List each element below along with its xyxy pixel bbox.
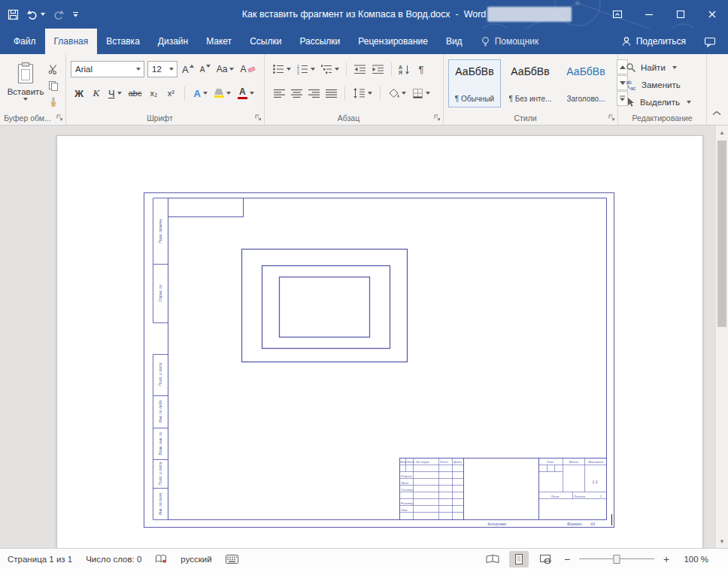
line-spacing-button[interactable]	[351, 85, 374, 101]
styles-dialog-launcher[interactable]	[607, 113, 615, 121]
style-normal[interactable]: АаБбВв ¶ Обычный	[448, 59, 501, 107]
collapse-ribbon-button[interactable]	[712, 105, 721, 119]
scrollbar-up-arrow[interactable]: ▲	[716, 126, 728, 138]
zoom-out-button[interactable]: −	[562, 553, 572, 565]
cut-button[interactable]	[45, 62, 62, 77]
minimize-button[interactable]	[633, 0, 665, 29]
superscript-button[interactable]: x²	[164, 85, 177, 101]
multilevel-list-button[interactable]	[319, 61, 341, 77]
maximize-button[interactable]	[665, 0, 696, 29]
bullets-button[interactable]	[271, 61, 293, 77]
decrease-indent-button[interactable]	[352, 61, 368, 77]
align-center-button[interactable]	[290, 85, 304, 101]
tab-references[interactable]: Ссылки	[241, 29, 290, 54]
word-count[interactable]: Число слов: 0	[86, 555, 141, 564]
scrollbar-thumb[interactable]	[717, 141, 726, 327]
grow-font-label: А	[182, 64, 189, 75]
tab-design[interactable]: Дизайн	[149, 29, 197, 54]
tab-file[interactable]: Файл	[5, 29, 45, 54]
grow-font-button[interactable]: А	[180, 61, 196, 77]
tab-layout[interactable]: Макет	[197, 29, 241, 54]
zoom-in-button[interactable]: +	[661, 553, 672, 565]
numbering-caret	[311, 68, 315, 71]
underline-button[interactable]: Ч	[107, 85, 123, 101]
align-right-button[interactable]	[307, 85, 321, 101]
format-painter-button[interactable]	[45, 95, 62, 110]
numbering-button[interactable]: 123	[295, 61, 317, 77]
align-left-button[interactable]	[272, 85, 287, 101]
clear-formatting-button[interactable]: А	[238, 61, 256, 77]
zoom-slider[interactable]	[579, 554, 654, 564]
sort-icon: АЯ	[399, 64, 411, 75]
tab-home[interactable]: Главная	[45, 29, 98, 54]
read-mode-button[interactable]	[483, 551, 502, 567]
svg-text:Лит.: Лит.	[546, 460, 554, 464]
italic-button[interactable]: К	[89, 85, 103, 101]
tab-review[interactable]: Рецензирование	[349, 29, 437, 54]
tab-insert[interactable]: Вставка	[97, 29, 149, 54]
find-label: Найти	[641, 63, 666, 72]
customize-qat-button[interactable]	[72, 11, 79, 18]
tab-file-label: Файл	[14, 36, 36, 47]
vertical-scrollbar[interactable]: ▲ ▼	[715, 126, 728, 548]
borders-button[interactable]	[411, 85, 432, 101]
kompas-drawing-object[interactable]: Перв. примен. Справ. № Подп. и дата Инв.…	[144, 192, 615, 528]
ribbon-display-options-button[interactable]	[602, 0, 633, 29]
style-no-spacing[interactable]: АаБбВв ¶ Без инте...	[504, 59, 557, 107]
redo-button[interactable]	[53, 9, 65, 20]
text-effects-button[interactable]: А	[192, 85, 208, 101]
zoom-slider-thumb[interactable]	[614, 555, 620, 564]
ribbon-tabs: Файл Главная Вставка Дизайн Макет Ссылки…	[0, 29, 728, 54]
multilevel-list-icon	[320, 64, 332, 74]
print-layout-button[interactable]	[509, 551, 529, 567]
close-button[interactable]	[696, 0, 728, 29]
tab-assistant[interactable]: Помощник	[472, 29, 548, 54]
show-marks-button[interactable]: ¶	[414, 61, 428, 77]
sort-button[interactable]: АЯ	[397, 61, 412, 77]
increase-indent-button[interactable]	[370, 61, 386, 77]
zoom-level[interactable]: 100 %	[678, 555, 708, 564]
svg-text:Дата: Дата	[453, 460, 463, 464]
font-dialog-launcher[interactable]	[253, 113, 262, 121]
shading-button[interactable]	[387, 85, 408, 101]
font-size-combo[interactable]: 12	[147, 61, 177, 77]
page-canvas[interactable]: Перв. примен. Справ. № Подп. и дата Инв.…	[56, 135, 703, 548]
style-heading1[interactable]: АаБбВв Заголово...	[560, 59, 612, 107]
change-case-button[interactable]: Аа	[215, 61, 236, 77]
save-button[interactable]	[8, 9, 19, 20]
language-indicator[interactable]: русский	[180, 555, 211, 564]
keyboard-indicator[interactable]	[226, 555, 238, 564]
shrink-font-button[interactable]: А	[199, 61, 212, 77]
select-label: Выделить	[640, 98, 680, 107]
strikethrough-button[interactable]: abc	[127, 85, 144, 101]
bold-button[interactable]: Ж	[72, 85, 86, 101]
proofing-status[interactable]	[155, 554, 167, 564]
clipboard-dialog-launcher[interactable]	[55, 113, 63, 121]
save-icon	[8, 9, 19, 20]
justify-button[interactable]	[324, 85, 338, 101]
copy-button[interactable]	[45, 78, 62, 93]
undo-button[interactable]	[26, 9, 45, 20]
svg-text:А3: А3	[590, 522, 595, 526]
feedback-button[interactable]	[695, 29, 728, 54]
svg-text:3: 3	[297, 71, 299, 75]
window-title: Как вставить фрагмент из Компаса в Ворд.…	[242, 0, 487, 29]
scrollbar-down-arrow[interactable]: ▼	[716, 535, 728, 547]
tab-view-label: Вид	[446, 36, 463, 47]
select-button[interactable]: Выделить	[626, 95, 691, 110]
find-button[interactable]: Найти	[626, 60, 677, 75]
subscript-button[interactable]: x₂	[147, 85, 160, 101]
font-color-button[interactable]: А	[236, 85, 256, 101]
replace-button[interactable]: abac Заменить	[626, 77, 681, 92]
align-left-icon	[274, 89, 285, 98]
paragraph-group-label: Абзац	[266, 113, 431, 123]
font-family-combo[interactable]: Arial	[71, 61, 144, 77]
page-indicator[interactable]: Страница 1 из 1	[8, 555, 72, 564]
tab-view[interactable]: Вид	[437, 29, 472, 54]
web-layout-button[interactable]	[535, 551, 555, 567]
paste-button[interactable]: Вставить	[6, 60, 45, 114]
tab-mailings[interactable]: Рассылки	[290, 29, 349, 54]
share-button[interactable]: Поделиться	[612, 29, 695, 54]
highlight-button[interactable]	[213, 85, 232, 101]
paragraph-dialog-launcher[interactable]	[432, 113, 441, 121]
